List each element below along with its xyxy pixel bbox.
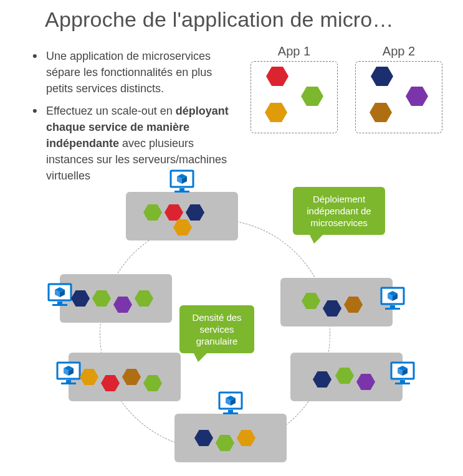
hexagon-icon	[371, 67, 393, 86]
bullet-item: Effectuez un scale-out en déployant chaq…	[32, 103, 238, 184]
hexagon-icon	[313, 371, 332, 388]
callout-deploy: Déploiement indépendant de microservices	[293, 187, 385, 235]
hexagon-icon	[335, 368, 354, 384]
cluster-diagram: Déploiement indépendant de microservices…	[0, 206, 463, 474]
hexagon-icon	[266, 67, 289, 86]
bullet-text: Une application de microservices sépare …	[46, 50, 212, 95]
hexagon-icon	[406, 87, 428, 106]
hexagon-icon	[122, 369, 141, 385]
hexagon-icon	[216, 435, 234, 451]
hexagon-icon	[113, 297, 132, 313]
callout-tail	[309, 234, 324, 244]
app-2-box: App 2	[355, 44, 442, 190]
app-boxes: App 1 App 2	[251, 44, 442, 190]
bullet-text-pre: Effectuez un scale-out en	[46, 105, 176, 117]
hexagon-icon	[344, 297, 363, 313]
server-node	[126, 192, 238, 240]
monitor-icon	[217, 391, 244, 416]
page-title: Approche de l'application de micro…	[0, 0, 463, 32]
hexagon-icon	[302, 293, 320, 309]
monitor-icon	[389, 361, 416, 386]
server-node	[174, 414, 287, 462]
hexagon-icon	[265, 103, 287, 122]
callout-deploy-text: Déploiement indépendant de microservices	[307, 194, 371, 228]
hexagon-icon	[71, 290, 90, 307]
hexagon-icon	[173, 219, 192, 236]
app-2-label: App 2	[355, 44, 442, 59]
app-1-label: App 1	[251, 44, 338, 59]
hexagon-icon	[143, 375, 162, 391]
hexagon-icon	[101, 375, 120, 391]
app-1-inner	[251, 61, 338, 133]
app-1-box: App 1	[251, 44, 338, 190]
hexagon-icon	[143, 204, 162, 221]
callout-density-text: Densité des services granulaire	[192, 312, 241, 346]
hexagon-icon	[323, 300, 341, 317]
hexagon-icon	[165, 204, 183, 221]
monitor-icon	[55, 361, 82, 386]
hexagon-icon	[356, 374, 375, 390]
content-row: Une application de microservices sépare …	[0, 32, 463, 190]
hexagon-icon	[135, 290, 153, 307]
bullet-list: Une application de microservices sépare …	[32, 48, 238, 190]
server-node	[280, 278, 393, 326]
hexagon-icon	[80, 369, 98, 385]
server-node	[60, 274, 172, 323]
hexagon-icon	[92, 290, 111, 307]
hexagon-icon	[237, 430, 255, 446]
callout-tail	[193, 352, 208, 362]
callout-density: Densité des services granulaire	[179, 305, 254, 353]
hexagon-icon	[370, 103, 392, 122]
hexagon-icon	[301, 87, 323, 106]
bullet-item: Une application de microservices sépare …	[32, 48, 238, 97]
hexagon-icon	[186, 204, 204, 221]
monitor-icon	[168, 169, 196, 194]
app-2-inner	[355, 61, 442, 133]
server-node	[290, 353, 403, 401]
hexagon-icon	[194, 430, 213, 446]
server-node	[69, 353, 181, 401]
monitor-icon	[46, 283, 74, 308]
monitor-icon	[379, 287, 406, 312]
